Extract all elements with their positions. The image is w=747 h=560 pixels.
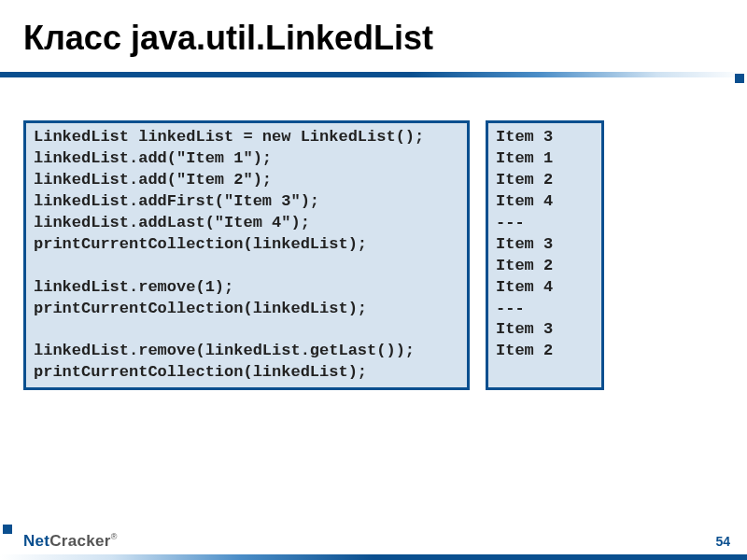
decorative-square-icon bbox=[3, 525, 12, 534]
logo: NetCracker® bbox=[23, 532, 118, 551]
content-area: LinkedList linkedList = new LinkedList()… bbox=[0, 120, 747, 390]
output-block-right: Item 3 Item 1 Item 2 Item 4 --- Item 3 I… bbox=[486, 120, 604, 390]
page-number: 54 bbox=[715, 534, 730, 549]
divider-gradient bbox=[0, 72, 747, 77]
slide-title: Класс java.util.LinkedList bbox=[0, 0, 747, 72]
footer-gradient bbox=[0, 554, 747, 560]
header-divider bbox=[0, 72, 747, 83]
logo-reg-mark: ® bbox=[111, 532, 118, 541]
logo-text-net: Net bbox=[23, 532, 49, 550]
footer: NetCracker® 54 bbox=[0, 521, 747, 560]
decorative-square-icon bbox=[735, 74, 744, 83]
logo-text-cracker: Cracker bbox=[49, 532, 110, 550]
code-block-left: LinkedList linkedList = new LinkedList()… bbox=[23, 120, 470, 390]
